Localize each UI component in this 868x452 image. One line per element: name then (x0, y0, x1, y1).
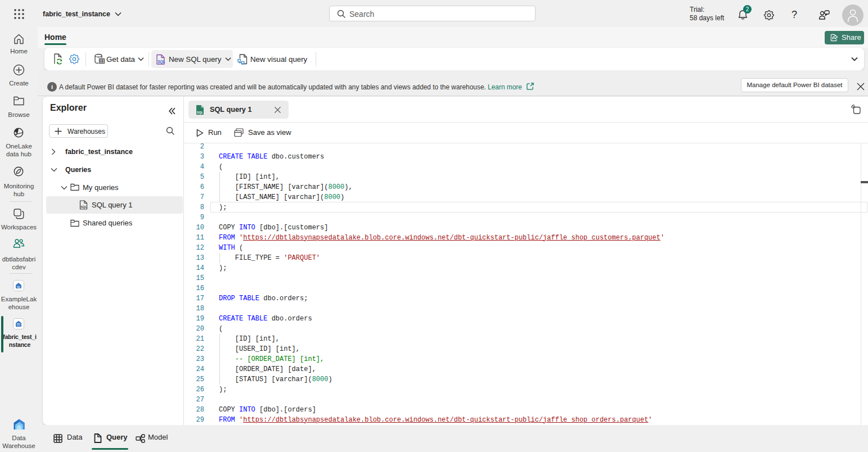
svg-text:SQL: SQL (80, 205, 87, 209)
svg-text:SQL: SQL (197, 111, 204, 114)
svg-text:SQL: SQL (158, 60, 165, 64)
